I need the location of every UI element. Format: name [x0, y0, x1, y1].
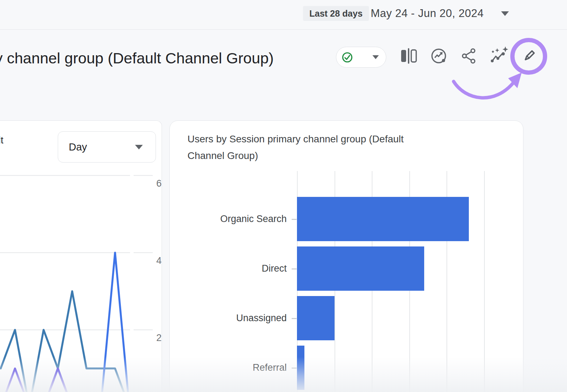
data-quality-pill[interactable] — [336, 47, 386, 68]
page-title-clip: y channel group (Default Channel Group) — [0, 45, 330, 72]
line-series-indigo-series[interactable] — [1, 369, 129, 392]
y-axis-tick-label: 4 — [156, 255, 162, 266]
pill-chevron-down-icon — [372, 55, 379, 59]
granularity-value: Day — [69, 141, 87, 153]
y-axis-tick-label: 2 — [156, 333, 162, 343]
date-range-value[interactable]: May 24 - Jun 20, 2024 — [371, 7, 484, 20]
check-circle-icon — [341, 51, 353, 63]
granularity-chevron-down-icon — [135, 145, 143, 149]
edit-pencil-icon[interactable] — [521, 49, 537, 64]
axis-tick — [292, 318, 297, 319]
annotation-arrowhead — [508, 73, 522, 88]
bar-category-label: Organic Search — [170, 197, 287, 241]
bar-organic-search[interactable] — [297, 197, 469, 241]
line-chart-svg: 642 — [0, 170, 162, 392]
axis-tick — [292, 268, 297, 269]
ga4-report-screen: Last 28 days May 24 - Jun 20, 2024 y cha… — [0, 0, 567, 392]
date-range-preset-badge[interactable]: Last 28 days — [303, 6, 369, 21]
comparison-icon[interactable] — [399, 48, 418, 64]
top-bar: Last 28 days May 24 - Jun 20, 2024 — [0, 0, 567, 30]
axis-tick — [292, 368, 297, 369]
axis-tick — [292, 219, 297, 220]
bar-unassigned[interactable] — [297, 296, 335, 340]
bar-chart-title-line2: Channel Group) — [187, 147, 258, 164]
bar-chart-card: Users by Session primary channel group (… — [169, 120, 523, 392]
insights-icon[interactable] — [430, 47, 447, 64]
page-title: y channel group (Default Channel Group) — [0, 45, 330, 72]
share-icon[interactable] — [461, 48, 477, 64]
bar-direct[interactable] — [297, 246, 424, 291]
bar-referral[interactable] — [297, 346, 304, 390]
bar-category-label: Unassigned — [170, 296, 287, 340]
line-series-bright-blue-series[interactable] — [1, 253, 129, 392]
bar-chart-title-line1: Users by Session primary channel group (… — [187, 131, 404, 147]
bar-category-label: Referral — [170, 346, 287, 390]
granularity-select[interactable]: Day — [58, 131, 156, 163]
sparkline-insights-icon[interactable] — [490, 46, 510, 64]
y-axis-tick-label: 6 — [156, 178, 162, 189]
date-range-chevron-down-icon[interactable] — [501, 11, 509, 16]
bar-category-label: Direct — [170, 246, 287, 291]
line-chart-title-fragment: lt — [0, 135, 4, 146]
gridline — [484, 171, 485, 392]
line-chart-card: lt Day 642 — [0, 120, 162, 392]
annotation-curved-arrow — [454, 81, 514, 98]
